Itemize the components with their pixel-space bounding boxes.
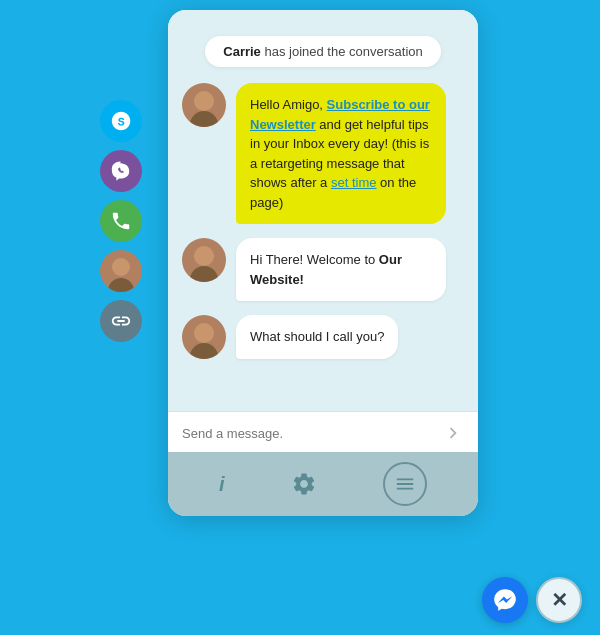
settings-button[interactable] xyxy=(291,471,317,497)
agent-avatar-3 xyxy=(182,315,226,359)
chat-input-area xyxy=(168,411,478,452)
viber-icon[interactable] xyxy=(100,150,142,192)
joined-name: Carrie xyxy=(223,44,261,59)
side-icons-panel xyxy=(100,100,142,342)
website-bold: Our Website! xyxy=(250,252,402,287)
message-bubble-2: Hi There! Welcome to Our Website! xyxy=(236,238,446,301)
chat-toolbar: i xyxy=(168,452,478,516)
info-button[interactable]: i xyxy=(219,473,225,496)
newsletter-link[interactable]: Subscribe to our Newsletter xyxy=(250,97,430,132)
agent-avatar-2 xyxy=(182,238,226,282)
joined-notification: Carrie has joined the conversation xyxy=(205,36,440,67)
phone-icon[interactable] xyxy=(100,200,142,242)
messenger-icon xyxy=(492,587,518,613)
bottom-action-buttons: ✕ xyxy=(482,577,582,623)
side-avatar-icon[interactable] xyxy=(100,250,142,292)
link-icon[interactable] xyxy=(100,300,142,342)
joined-text: has joined the conversation xyxy=(261,44,423,59)
set-time-link: set time xyxy=(331,175,377,190)
send-button[interactable] xyxy=(442,422,464,444)
info-icon: i xyxy=(219,473,225,496)
message-bubble-1: Hello Amigo, Subscribe to our Newsletter… xyxy=(236,83,446,224)
agent-avatar-1 xyxy=(182,83,226,127)
chat-widget: Carrie has joined the conversation Hello… xyxy=(168,10,478,516)
menu-button[interactable] xyxy=(383,462,427,506)
call-you-text: What should I call you? xyxy=(250,329,384,344)
message-input[interactable] xyxy=(182,426,442,441)
skype-icon[interactable] xyxy=(100,100,142,142)
message-row-2: Hi There! Welcome to Our Website! xyxy=(182,238,464,301)
chat-body: Hello Amigo, Subscribe to our Newsletter… xyxy=(168,71,478,411)
close-button[interactable]: ✕ xyxy=(536,577,582,623)
close-icon: ✕ xyxy=(551,588,568,612)
gear-icon xyxy=(291,471,317,497)
menu-icon xyxy=(394,473,416,495)
message-bubble-3: What should I call you? xyxy=(236,315,398,359)
message-row-1: Hello Amigo, Subscribe to our Newsletter… xyxy=(182,83,464,224)
messenger-button[interactable] xyxy=(482,577,528,623)
message-row-3: What should I call you? xyxy=(182,315,464,359)
